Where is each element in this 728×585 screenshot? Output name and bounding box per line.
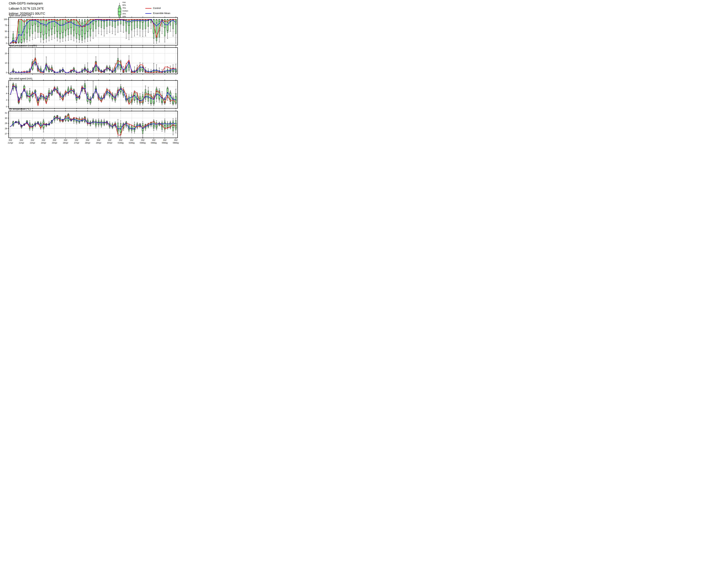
box-whisker xyxy=(46,19,47,42)
box-whisker xyxy=(76,19,77,42)
x-tick-date: 26Apr xyxy=(63,142,68,144)
box-whisker xyxy=(159,68,160,73)
box-whisker xyxy=(170,66,171,73)
box-whisker xyxy=(98,119,100,127)
box-whisker xyxy=(142,122,144,137)
x-tick-time: 00Z xyxy=(174,139,178,141)
x-tick-date: 25Apr xyxy=(52,142,57,144)
box-whisker xyxy=(103,19,105,36)
box-whisker xyxy=(112,19,113,34)
box-whisker xyxy=(34,19,36,38)
x-tick-time: 00Z xyxy=(130,139,134,141)
box-whisker xyxy=(145,124,146,131)
x-tick-time: 00Z xyxy=(108,139,111,141)
x-tick-date: 30Apr xyxy=(107,142,112,144)
box-whisker xyxy=(131,19,133,37)
x-tick-date: 05May xyxy=(162,142,168,144)
box-whisker xyxy=(123,19,124,32)
box-whisker xyxy=(101,19,102,35)
x-tick-time: 00Z xyxy=(64,139,68,141)
box-whisker xyxy=(156,19,157,43)
y-tick-label: 0 xyxy=(6,72,7,74)
x-tick-time: 00Z xyxy=(75,139,78,141)
box-whisker xyxy=(46,123,47,127)
box-whisker xyxy=(114,19,116,35)
box-whisker xyxy=(123,123,124,131)
y-tick-label: 31 xyxy=(5,112,7,114)
y-tick-label: 2 xyxy=(6,99,7,101)
box-whisker xyxy=(153,63,155,73)
box-whisker xyxy=(32,19,33,40)
box-whisker xyxy=(29,19,31,41)
box-whisker xyxy=(62,19,63,42)
box-whisker xyxy=(117,19,119,32)
x-tick-date: 28Apr xyxy=(85,142,90,144)
box-whisker xyxy=(73,19,75,41)
box-whisker xyxy=(172,19,174,36)
box-whisker xyxy=(65,19,67,41)
box-whisker xyxy=(117,48,119,70)
box-whisker xyxy=(51,19,53,40)
box-whisker xyxy=(139,19,141,36)
x-tick-date: 21Apr xyxy=(8,142,13,144)
x-tick-date: 29Apr xyxy=(96,142,101,144)
y-tick-label: 75 xyxy=(5,24,7,26)
x-axis-labels: 00Z21Apr00Z22Apr00Z23Apr00Z24Apr00Z25Apr… xyxy=(8,139,179,144)
box-whisker xyxy=(172,119,174,135)
box-whisker xyxy=(109,65,110,71)
y-tick-label: 6 xyxy=(6,86,7,88)
box-whisker xyxy=(29,88,31,103)
meteogram-plot-area: 0255075100010200246272829303100Z21Apr00Z… xyxy=(0,0,182,146)
box-whisker xyxy=(164,119,165,132)
box-whisker xyxy=(148,69,149,73)
box-whisker xyxy=(93,19,94,38)
x-tick-date: 04May xyxy=(151,142,157,144)
box-whisker xyxy=(156,65,157,73)
box-whisker xyxy=(164,68,165,73)
box-whisker xyxy=(153,119,155,131)
x-tick-time: 00Z xyxy=(152,139,156,141)
box-whisker xyxy=(43,119,44,132)
x-tick-time: 00Z xyxy=(9,139,12,141)
box-whisker xyxy=(159,122,160,126)
x-tick-date: 06May xyxy=(173,142,179,144)
x-tick-time: 00Z xyxy=(97,139,100,141)
y-tick-label: 0 xyxy=(6,42,7,45)
x-tick-time: 00Z xyxy=(53,139,56,141)
box-whisker xyxy=(98,19,100,34)
box-whisker xyxy=(68,113,69,122)
box-whisker xyxy=(40,66,42,73)
box-whisker xyxy=(48,121,50,125)
box-whisker xyxy=(167,19,168,38)
box-whisker xyxy=(23,19,25,43)
box-whisker xyxy=(68,86,69,96)
box-whisker xyxy=(125,19,127,38)
box-whisker xyxy=(175,89,177,105)
box-whisker xyxy=(142,19,144,36)
x-tick-time: 00Z xyxy=(20,139,23,141)
y-tick-label: 0 xyxy=(6,106,7,108)
y-tick-label: 27 xyxy=(5,133,7,135)
box-whisker xyxy=(128,19,130,40)
box-whisker xyxy=(136,19,138,35)
box-whisker xyxy=(170,90,171,104)
box-whisker xyxy=(57,19,58,41)
y-tick-label: 100 xyxy=(4,18,7,21)
box-whisker xyxy=(43,19,44,43)
box-whisker xyxy=(112,92,113,101)
box-whisker xyxy=(145,19,146,36)
box-whisker xyxy=(164,19,165,42)
x-tick-time: 00Z xyxy=(141,139,145,141)
box-whisker xyxy=(95,119,97,128)
box-whisker xyxy=(109,19,110,32)
x-tick-date: 01May xyxy=(118,142,124,144)
box-whisker xyxy=(40,19,42,42)
x-tick-date: 27Apr xyxy=(74,142,79,144)
y-tick-label: 25 xyxy=(5,36,7,38)
box-whisker xyxy=(170,121,171,129)
box-whisker xyxy=(21,19,22,43)
box-whisker xyxy=(139,94,141,105)
x-tick-date: 22Apr xyxy=(19,142,24,144)
box-whisker xyxy=(59,19,61,42)
precipitation-panel: 01020 xyxy=(5,47,178,75)
